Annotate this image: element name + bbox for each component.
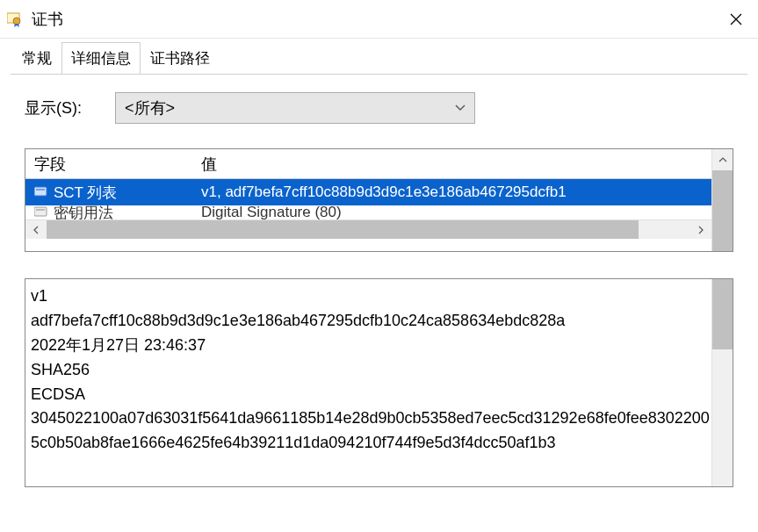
- scroll-track[interactable]: [712, 170, 733, 251]
- vertical-scrollbar[interactable]: [711, 279, 733, 486]
- titlebar: 证书: [0, 0, 758, 39]
- tab-certpath[interactable]: 证书路径: [141, 42, 220, 74]
- details-panel: 显示(S): <所有> 字段 值 SCT 列表 v1, adf7befa7cff…: [0, 75, 758, 496]
- property-icon: [34, 184, 50, 200]
- columns-header: 字段 值: [25, 149, 733, 179]
- show-filter-value: <所有>: [125, 97, 175, 119]
- fields-listbox[interactable]: 字段 值 SCT 列表 v1, adf7befa7cff10c88b9d3d9c…: [25, 148, 733, 252]
- filter-label: 显示(S):: [25, 97, 82, 119]
- row-value: v1, adf7befa7cff10c88b9d3d9c1e3e186ab467…: [201, 183, 711, 201]
- scroll-right-arrow-icon[interactable]: [690, 220, 711, 239]
- column-field-header: 字段: [34, 154, 201, 175]
- svg-rect-4: [34, 187, 47, 196]
- chevron-down-icon: [455, 102, 466, 114]
- svg-rect-6: [34, 207, 47, 216]
- scroll-thumb[interactable]: [712, 279, 733, 349]
- vertical-scrollbar[interactable]: [711, 149, 733, 251]
- certificate-icon: [7, 11, 23, 27]
- row-field: 密钥用法: [54, 205, 201, 219]
- svg-rect-5: [36, 189, 45, 191]
- window-title: 证书: [32, 9, 714, 30]
- svg-rect-7: [36, 209, 45, 211]
- column-value-header: 值: [201, 154, 733, 175]
- horizontal-scrollbar[interactable]: [25, 219, 711, 239]
- row-field: SCT 列表: [54, 183, 201, 203]
- show-filter-select[interactable]: <所有>: [115, 92, 475, 124]
- h-scroll-track[interactable]: [47, 220, 690, 239]
- svg-point-1: [13, 18, 20, 25]
- tab-strip: 常规 详细信息 证书路径: [0, 39, 758, 74]
- scroll-up-arrow-icon[interactable]: [712, 149, 733, 170]
- scroll-thumb[interactable]: [712, 170, 733, 251]
- details-text: v1 adf7befa7cff10c88b9d3d9c1e3e186ab4672…: [25, 279, 733, 461]
- table-row[interactable]: 密钥用法 Digital Signature (80): [25, 205, 711, 219]
- filter-row: 显示(S): <所有>: [25, 92, 733, 124]
- tab-details[interactable]: 详细信息: [61, 42, 141, 74]
- property-icon: [34, 205, 50, 219]
- row-value: Digital Signature (80): [201, 205, 711, 219]
- field-details-textarea[interactable]: v1 adf7befa7cff10c88b9d3d9c1e3e186ab4672…: [25, 278, 733, 487]
- close-button[interactable]: [714, 0, 758, 39]
- scroll-track[interactable]: [712, 279, 733, 486]
- h-scroll-thumb[interactable]: [47, 220, 639, 239]
- scroll-left-arrow-icon[interactable]: [25, 220, 47, 239]
- tab-general[interactable]: 常规: [12, 42, 61, 74]
- table-row[interactable]: SCT 列表 v1, adf7befa7cff10c88b9d3d9c1e3e1…: [25, 179, 711, 205]
